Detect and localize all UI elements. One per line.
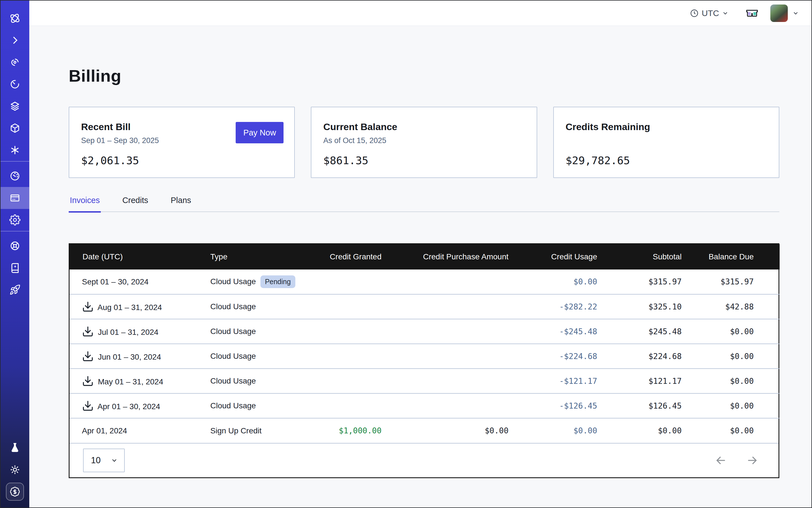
view-mode-button[interactable] (745, 8, 759, 18)
account-menu[interactable] (770, 4, 799, 22)
gauge-icon (9, 170, 20, 182)
balance-due: $315.97 (682, 269, 780, 294)
app-logo (1, 7, 29, 29)
credit-usage: -$224.68 (509, 344, 597, 369)
next-page-button[interactable] (746, 454, 759, 467)
download-invoice-icon[interactable] (82, 301, 94, 312)
credit-purchase (382, 369, 509, 393)
sidebar-item-docs[interactable] (1, 257, 29, 279)
download-invoice-icon[interactable] (82, 350, 94, 362)
subtotal: $126.45 (597, 393, 682, 418)
page-size-select[interactable]: 10 (83, 449, 125, 472)
credit-granted (312, 269, 382, 294)
card-title: Credits Remaining (566, 121, 767, 132)
credit-purchase (382, 393, 509, 418)
table-row: Jul 01 – 31, 2024 Cloud Usage -$245.48 $… (70, 319, 780, 344)
sidebar-item-usage[interactable] (1, 165, 29, 187)
layers-icon (9, 100, 20, 112)
pay-now-button[interactable]: Pay Now (236, 122, 284, 143)
sidebar-item-credits[interactable] (1, 481, 29, 503)
invoice-date: Jun 01 – 30, 2024 (98, 352, 161, 361)
sidebar-item-spiral[interactable] (1, 51, 29, 73)
credits-pill (6, 483, 24, 501)
tab-plans[interactable]: Plans (170, 196, 192, 213)
app-window: UTC Billing Recent Bill Se (0, 0, 812, 508)
chevron-right-icon (9, 35, 20, 46)
subtotal: $315.97 (597, 269, 682, 294)
balance-due: $0.00 (682, 369, 780, 393)
chevron-down-icon (111, 457, 118, 464)
subtotal: $0.00 (597, 418, 682, 443)
sidebar-item-asterisk[interactable] (1, 139, 29, 161)
balance-due: $0.00 (682, 393, 780, 418)
card-title: Current Balance (323, 121, 524, 132)
sidebar-item-getting-started[interactable] (1, 279, 29, 301)
sidebar-item-timer[interactable] (1, 73, 29, 95)
col-balance-due: Balance Due (682, 244, 780, 269)
invoice-type: Cloud Usage (210, 302, 256, 311)
sidebar-item-theme[interactable] (1, 459, 29, 481)
sidebar-item-expand[interactable] (1, 29, 29, 51)
credit-granted (312, 393, 382, 418)
credit-granted (312, 369, 382, 393)
credit-usage: $0.00 (509, 418, 597, 443)
dollar-badge-icon (9, 486, 20, 497)
tab-credits[interactable]: Credits (121, 196, 149, 213)
credit-purchase (382, 319, 509, 344)
credits-remaining-card: Credits Remaining $29,782.65 (553, 107, 779, 178)
sidebar-item-wheel[interactable] (1, 235, 29, 257)
table-row: Apr 01, 2024 Sign Up Credit $1,000.00 $0… (70, 418, 780, 443)
timer-icon (9, 79, 20, 90)
download-invoice-icon[interactable] (82, 400, 94, 412)
sidebar-item-labs[interactable] (1, 437, 29, 459)
previous-page-button[interactable] (714, 454, 727, 467)
credits-remaining-amount: $29,782.65 (566, 154, 767, 167)
sidebar-item-layers[interactable] (1, 95, 29, 117)
book-sparkle-icon (9, 262, 20, 273)
credit-purchase (382, 269, 509, 294)
current-balance-amount: $861.35 (323, 154, 524, 167)
credit-granted: $1,000.00 (312, 418, 382, 443)
invoice-type: Cloud Usage (210, 352, 256, 361)
subtotal: $224.68 (597, 344, 682, 369)
invoice-date: Apr 01, 2024 (82, 426, 127, 435)
timezone-selector[interactable]: UTC (690, 8, 729, 18)
invoice-type: Cloud Usage (210, 377, 256, 385)
credit-usage: -$282.22 (509, 294, 597, 319)
col-date: Date (UTC) (70, 244, 210, 269)
cube-icon (9, 123, 20, 134)
gear-icon (9, 214, 20, 225)
invoice-type: Sign Up Credit (210, 426, 262, 435)
sidebar-item-billing[interactable] (1, 187, 29, 209)
sidebar (1, 1, 29, 507)
topbar: UTC (29, 1, 811, 26)
credit-granted (312, 319, 382, 344)
download-invoice-icon[interactable] (82, 375, 94, 387)
invoice-type: Cloud Usage (210, 327, 256, 336)
balance-due: $0.00 (682, 319, 780, 344)
timezone-label: UTC (701, 8, 719, 18)
status-badge: Pending (260, 276, 295, 288)
invoice-date: Apr 01 – 30, 2024 (97, 402, 160, 411)
table-row: Aug 01 – 31, 2024 Cloud Usage -$282.22 $… (70, 294, 780, 319)
sidebar-item-cube[interactable] (1, 117, 29, 139)
subtotal: $245.48 (597, 319, 682, 344)
chevron-down-icon (792, 10, 799, 16)
invoices-table: Date (UTC) Type Credit Granted Credit Pu… (69, 243, 779, 478)
col-type: Type (210, 244, 312, 269)
user-avatar (770, 4, 788, 22)
invoice-date: Sept 01 – 30, 2024 (82, 278, 149, 286)
credit-purchase: $0.00 (382, 418, 509, 443)
summary-cards: Recent Bill Sep 01 – Sep 30, 2025 $2,061… (69, 107, 779, 178)
chevron-down-icon (722, 10, 729, 16)
spiral-icon (9, 56, 20, 68)
col-subtotal: Subtotal (597, 244, 682, 269)
tab-invoices[interactable]: Invoices (69, 196, 101, 213)
col-credit-usage: Credit Usage (509, 244, 597, 269)
table-row: Jun 01 – 30, 2024 Cloud Usage -$224.68 $… (70, 344, 780, 369)
sidebar-item-settings[interactable] (1, 209, 29, 231)
balance-as-of: As of Oct 15, 2025 (323, 136, 524, 145)
billing-page: Billing Recent Bill Sep 01 – Sep 30, 202… (29, 26, 811, 478)
download-invoice-icon[interactable] (82, 326, 94, 337)
table-row: May 01 – 31, 2024 Cloud Usage -$121.17 $… (70, 369, 780, 393)
